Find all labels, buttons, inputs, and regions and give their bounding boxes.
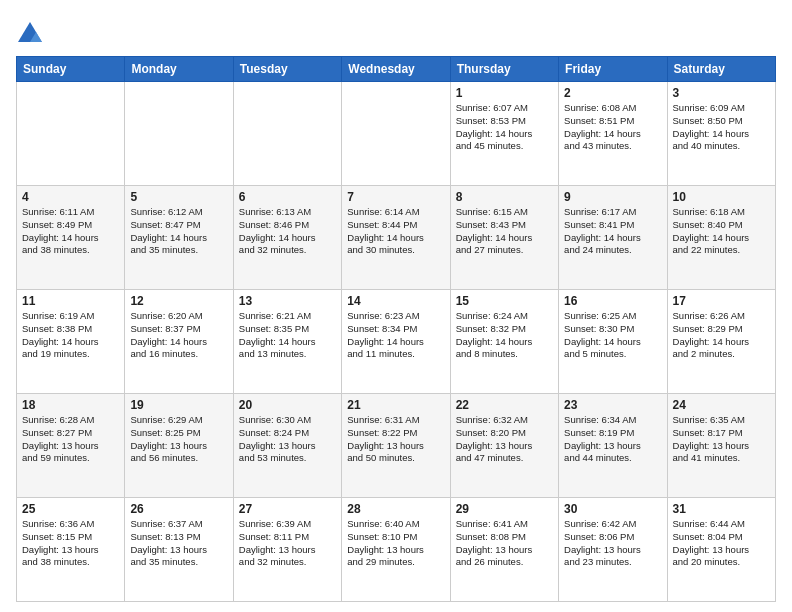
calendar-cell: 5Sunrise: 6:12 AM Sunset: 8:47 PM Daylig… [125,186,233,290]
day-number: 31 [673,502,770,516]
day-info: Sunrise: 6:12 AM Sunset: 8:47 PM Dayligh… [130,206,227,257]
day-info: Sunrise: 6:14 AM Sunset: 8:44 PM Dayligh… [347,206,444,257]
day-info: Sunrise: 6:26 AM Sunset: 8:29 PM Dayligh… [673,310,770,361]
day-number: 7 [347,190,444,204]
day-info: Sunrise: 6:29 AM Sunset: 8:25 PM Dayligh… [130,414,227,465]
day-number: 8 [456,190,553,204]
day-info: Sunrise: 6:31 AM Sunset: 8:22 PM Dayligh… [347,414,444,465]
day-info: Sunrise: 6:28 AM Sunset: 8:27 PM Dayligh… [22,414,119,465]
calendar-cell: 6Sunrise: 6:13 AM Sunset: 8:46 PM Daylig… [233,186,341,290]
calendar-cell: 12Sunrise: 6:20 AM Sunset: 8:37 PM Dayli… [125,290,233,394]
day-info: Sunrise: 6:15 AM Sunset: 8:43 PM Dayligh… [456,206,553,257]
logo [16,20,48,48]
day-number: 18 [22,398,119,412]
day-number: 21 [347,398,444,412]
calendar-cell: 23Sunrise: 6:34 AM Sunset: 8:19 PM Dayli… [559,394,667,498]
calendar-cell: 13Sunrise: 6:21 AM Sunset: 8:35 PM Dayli… [233,290,341,394]
day-number: 14 [347,294,444,308]
calendar-week-row: 18Sunrise: 6:28 AM Sunset: 8:27 PM Dayli… [17,394,776,498]
day-number: 13 [239,294,336,308]
day-number: 3 [673,86,770,100]
calendar-cell: 21Sunrise: 6:31 AM Sunset: 8:22 PM Dayli… [342,394,450,498]
calendar-weekday-thursday: Thursday [450,57,558,82]
calendar-cell: 31Sunrise: 6:44 AM Sunset: 8:04 PM Dayli… [667,498,775,602]
calendar-cell: 18Sunrise: 6:28 AM Sunset: 8:27 PM Dayli… [17,394,125,498]
calendar-cell: 30Sunrise: 6:42 AM Sunset: 8:06 PM Dayli… [559,498,667,602]
day-info: Sunrise: 6:37 AM Sunset: 8:13 PM Dayligh… [130,518,227,569]
calendar-cell [233,82,341,186]
calendar-cell: 9Sunrise: 6:17 AM Sunset: 8:41 PM Daylig… [559,186,667,290]
day-info: Sunrise: 6:34 AM Sunset: 8:19 PM Dayligh… [564,414,661,465]
day-info: Sunrise: 6:25 AM Sunset: 8:30 PM Dayligh… [564,310,661,361]
day-number: 12 [130,294,227,308]
logo-icon [16,20,44,48]
header [16,16,776,48]
day-info: Sunrise: 6:08 AM Sunset: 8:51 PM Dayligh… [564,102,661,153]
day-number: 27 [239,502,336,516]
calendar-cell: 27Sunrise: 6:39 AM Sunset: 8:11 PM Dayli… [233,498,341,602]
calendar-weekday-friday: Friday [559,57,667,82]
day-number: 23 [564,398,661,412]
day-info: Sunrise: 6:36 AM Sunset: 8:15 PM Dayligh… [22,518,119,569]
day-number: 17 [673,294,770,308]
day-number: 22 [456,398,553,412]
day-number: 9 [564,190,661,204]
calendar-header-row: SundayMondayTuesdayWednesdayThursdayFrid… [17,57,776,82]
calendar-week-row: 4Sunrise: 6:11 AM Sunset: 8:49 PM Daylig… [17,186,776,290]
day-info: Sunrise: 6:11 AM Sunset: 8:49 PM Dayligh… [22,206,119,257]
calendar-week-row: 11Sunrise: 6:19 AM Sunset: 8:38 PM Dayli… [17,290,776,394]
calendar-cell: 4Sunrise: 6:11 AM Sunset: 8:49 PM Daylig… [17,186,125,290]
page: SundayMondayTuesdayWednesdayThursdayFrid… [0,0,792,612]
day-number: 24 [673,398,770,412]
calendar-cell [125,82,233,186]
calendar-cell: 28Sunrise: 6:40 AM Sunset: 8:10 PM Dayli… [342,498,450,602]
calendar-cell: 11Sunrise: 6:19 AM Sunset: 8:38 PM Dayli… [17,290,125,394]
day-number: 26 [130,502,227,516]
day-number: 19 [130,398,227,412]
calendar-cell: 29Sunrise: 6:41 AM Sunset: 8:08 PM Dayli… [450,498,558,602]
calendar-table: SundayMondayTuesdayWednesdayThursdayFrid… [16,56,776,602]
calendar-cell [342,82,450,186]
day-info: Sunrise: 6:18 AM Sunset: 8:40 PM Dayligh… [673,206,770,257]
calendar-weekday-monday: Monday [125,57,233,82]
day-info: Sunrise: 6:30 AM Sunset: 8:24 PM Dayligh… [239,414,336,465]
calendar-cell: 8Sunrise: 6:15 AM Sunset: 8:43 PM Daylig… [450,186,558,290]
calendar-cell: 2Sunrise: 6:08 AM Sunset: 8:51 PM Daylig… [559,82,667,186]
calendar-cell: 20Sunrise: 6:30 AM Sunset: 8:24 PM Dayli… [233,394,341,498]
calendar-weekday-sunday: Sunday [17,57,125,82]
day-info: Sunrise: 6:44 AM Sunset: 8:04 PM Dayligh… [673,518,770,569]
day-info: Sunrise: 6:42 AM Sunset: 8:06 PM Dayligh… [564,518,661,569]
day-info: Sunrise: 6:09 AM Sunset: 8:50 PM Dayligh… [673,102,770,153]
day-number: 4 [22,190,119,204]
day-number: 20 [239,398,336,412]
day-info: Sunrise: 6:23 AM Sunset: 8:34 PM Dayligh… [347,310,444,361]
day-number: 2 [564,86,661,100]
calendar-cell: 26Sunrise: 6:37 AM Sunset: 8:13 PM Dayli… [125,498,233,602]
calendar-cell: 24Sunrise: 6:35 AM Sunset: 8:17 PM Dayli… [667,394,775,498]
day-number: 11 [22,294,119,308]
calendar-cell: 19Sunrise: 6:29 AM Sunset: 8:25 PM Dayli… [125,394,233,498]
calendar-cell: 7Sunrise: 6:14 AM Sunset: 8:44 PM Daylig… [342,186,450,290]
calendar-cell: 16Sunrise: 6:25 AM Sunset: 8:30 PM Dayli… [559,290,667,394]
calendar-week-row: 25Sunrise: 6:36 AM Sunset: 8:15 PM Dayli… [17,498,776,602]
calendar-week-row: 1Sunrise: 6:07 AM Sunset: 8:53 PM Daylig… [17,82,776,186]
day-info: Sunrise: 6:13 AM Sunset: 8:46 PM Dayligh… [239,206,336,257]
day-info: Sunrise: 6:20 AM Sunset: 8:37 PM Dayligh… [130,310,227,361]
day-info: Sunrise: 6:19 AM Sunset: 8:38 PM Dayligh… [22,310,119,361]
day-info: Sunrise: 6:41 AM Sunset: 8:08 PM Dayligh… [456,518,553,569]
day-number: 29 [456,502,553,516]
day-number: 1 [456,86,553,100]
calendar-weekday-saturday: Saturday [667,57,775,82]
calendar-cell: 17Sunrise: 6:26 AM Sunset: 8:29 PM Dayli… [667,290,775,394]
day-info: Sunrise: 6:35 AM Sunset: 8:17 PM Dayligh… [673,414,770,465]
day-number: 6 [239,190,336,204]
calendar-cell: 10Sunrise: 6:18 AM Sunset: 8:40 PM Dayli… [667,186,775,290]
day-info: Sunrise: 6:39 AM Sunset: 8:11 PM Dayligh… [239,518,336,569]
calendar-cell: 1Sunrise: 6:07 AM Sunset: 8:53 PM Daylig… [450,82,558,186]
day-info: Sunrise: 6:21 AM Sunset: 8:35 PM Dayligh… [239,310,336,361]
calendar-cell: 22Sunrise: 6:32 AM Sunset: 8:20 PM Dayli… [450,394,558,498]
calendar-cell: 14Sunrise: 6:23 AM Sunset: 8:34 PM Dayli… [342,290,450,394]
calendar-cell: 3Sunrise: 6:09 AM Sunset: 8:50 PM Daylig… [667,82,775,186]
day-info: Sunrise: 6:07 AM Sunset: 8:53 PM Dayligh… [456,102,553,153]
day-number: 30 [564,502,661,516]
